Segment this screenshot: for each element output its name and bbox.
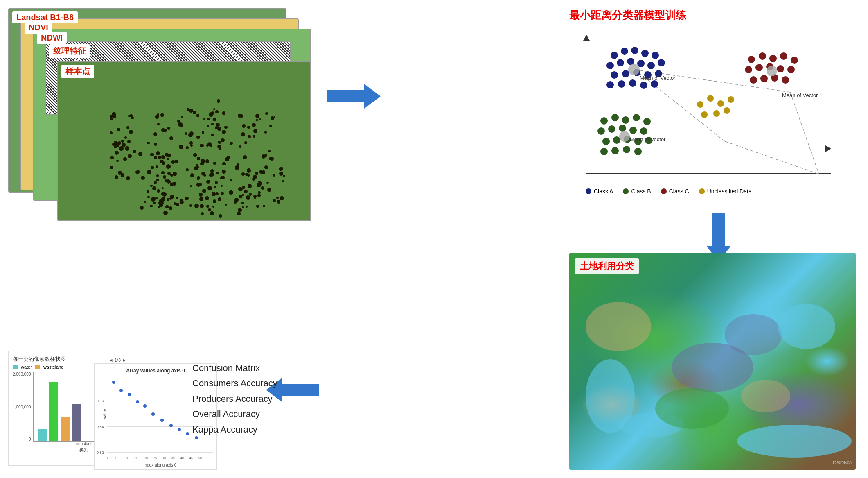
svg-point-27 bbox=[600, 117, 608, 125]
sample-dot bbox=[110, 118, 113, 120]
legend-unclassified: Unclassified Data bbox=[699, 188, 752, 195]
svg-point-8 bbox=[641, 50, 649, 57]
legend-dot-c bbox=[661, 188, 667, 194]
sample-dot bbox=[125, 146, 129, 150]
sample-dot bbox=[131, 116, 134, 120]
sample-dot bbox=[115, 175, 118, 179]
svg-point-36 bbox=[640, 127, 647, 135]
xtick-35: 35 bbox=[171, 456, 175, 460]
sample-dot bbox=[155, 197, 158, 199]
sample-dot bbox=[242, 194, 244, 196]
sample-dot bbox=[203, 118, 206, 120]
classifier-section: 最小距离分类器模型训练 bbox=[569, 8, 856, 201]
bar-other bbox=[72, 404, 81, 441]
sample-dot bbox=[156, 179, 159, 181]
mov-label-c: Mean of Vector bbox=[782, 92, 818, 98]
sample-dots bbox=[58, 62, 310, 220]
sample-dot bbox=[154, 156, 157, 159]
map-patches-svg bbox=[569, 253, 856, 470]
sample-dot bbox=[158, 156, 161, 159]
sample-dot bbox=[214, 186, 216, 188]
sample-dot bbox=[199, 183, 201, 186]
sample-dot bbox=[248, 135, 251, 138]
bar-wasteland bbox=[61, 417, 70, 441]
sample-dot bbox=[219, 147, 221, 150]
sample-dot bbox=[264, 165, 268, 169]
svg-point-65 bbox=[728, 96, 734, 103]
sample-dot bbox=[257, 194, 261, 197]
sample-dot bbox=[230, 179, 232, 181]
sample-dot bbox=[259, 182, 262, 185]
landuse-map: 土地利用分类 CSDN© bbox=[569, 253, 856, 470]
sample-dot bbox=[180, 123, 184, 127]
kappa-accuracy-item: Kappa Accuracy bbox=[192, 422, 331, 437]
svg-point-60 bbox=[782, 76, 789, 84]
svg-point-33 bbox=[608, 125, 615, 133]
svg-point-28 bbox=[611, 114, 619, 121]
sample-dot bbox=[256, 119, 259, 121]
sample-dot bbox=[202, 131, 205, 134]
sample-dot bbox=[219, 214, 222, 218]
sample-dot bbox=[259, 118, 261, 120]
sample-dot bbox=[163, 175, 166, 179]
sample-dot bbox=[194, 204, 199, 208]
class-a-cluster bbox=[602, 43, 672, 100]
svg-point-14 bbox=[647, 62, 655, 69]
layers-section: Landsat B1-B8 NDVI NDWI 纹理特征 样本点 bbox=[8, 8, 319, 221]
sample-dot bbox=[264, 131, 267, 134]
sample-dot bbox=[222, 111, 226, 115]
sample-dot bbox=[205, 159, 209, 163]
sample-dot bbox=[235, 165, 239, 170]
sample-dot bbox=[247, 126, 250, 129]
xtick-50: 50 bbox=[198, 456, 202, 460]
sample-dot bbox=[280, 196, 284, 201]
xtick-40: 40 bbox=[180, 456, 184, 460]
sample-dot bbox=[147, 196, 150, 198]
sample-dot bbox=[241, 172, 245, 176]
sample-dot bbox=[262, 154, 266, 159]
sample-dot bbox=[209, 174, 211, 176]
svg-point-6 bbox=[621, 48, 628, 55]
sample-dot bbox=[129, 130, 133, 134]
scatter-dot-8 bbox=[169, 424, 173, 427]
legend-dot-unclassified bbox=[699, 188, 705, 194]
sample-dot bbox=[259, 170, 263, 173]
scatter-x-label: Index along axis 0 bbox=[107, 463, 213, 467]
sample-dot bbox=[173, 172, 177, 176]
sample-dot bbox=[212, 192, 216, 196]
svg-point-50 bbox=[780, 52, 787, 60]
svg-point-15 bbox=[658, 59, 665, 66]
sample-dot bbox=[224, 126, 228, 129]
sample-dot bbox=[243, 155, 247, 159]
sample-dot bbox=[222, 130, 226, 134]
svg-point-23 bbox=[629, 79, 636, 87]
sample-dot bbox=[213, 162, 216, 164]
sample-dot bbox=[117, 128, 121, 132]
sample-dot bbox=[246, 206, 248, 208]
sample-dot bbox=[189, 204, 192, 207]
legend-class-a: Class A bbox=[586, 188, 613, 195]
sample-dot bbox=[138, 152, 142, 156]
barchart-nav[interactable]: ◄ 1/3 ► bbox=[109, 358, 126, 362]
sample-dot bbox=[154, 181, 157, 184]
sample-dot bbox=[276, 197, 279, 199]
sample-dot bbox=[277, 200, 281, 204]
sample-dot bbox=[241, 132, 245, 136]
xtick-15: 15 bbox=[134, 456, 138, 460]
sample-dot bbox=[252, 178, 255, 181]
sample-dot bbox=[181, 116, 183, 118]
svg-point-29 bbox=[622, 116, 629, 124]
scatter-ytick-0: 0.82 bbox=[97, 451, 104, 455]
sample-dot bbox=[193, 153, 197, 157]
sample-dot bbox=[213, 118, 216, 121]
y-label-0: 0 bbox=[29, 437, 31, 442]
svg-point-21 bbox=[606, 81, 614, 88]
svg-point-22 bbox=[618, 80, 625, 88]
bar-water bbox=[38, 429, 47, 441]
sample-dot bbox=[239, 145, 241, 147]
sample-dot bbox=[211, 123, 214, 125]
legend-water-box bbox=[13, 365, 18, 369]
sample-dot bbox=[147, 190, 149, 193]
sample-dot bbox=[218, 197, 221, 201]
sample-dot bbox=[220, 177, 222, 179]
